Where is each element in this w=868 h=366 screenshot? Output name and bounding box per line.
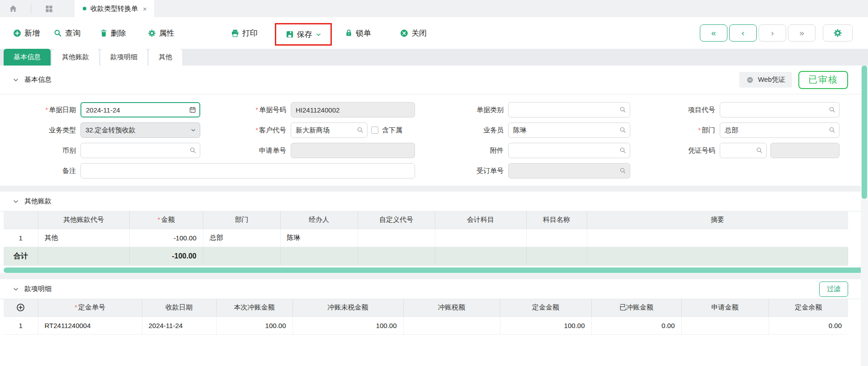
vertical-scrollbar [861,66,868,366]
save-highlight-box: 保存 [275,23,332,46]
col-apply-amount[interactable]: 申请金额 [681,299,769,316]
col-summary[interactable]: 摘要 [587,211,848,229]
col-amount[interactable]: *金额 [129,211,203,229]
voucher-no-cell [720,143,840,158]
tab-payment-details[interactable]: 款项明细 [100,49,147,66]
biz-type-label: 业务类型 [14,126,76,135]
lookup-search-icon[interactable] [357,127,364,134]
col-account-code[interactable]: 其他账款代号 [38,211,129,229]
col-deposit-amount[interactable]: 定金金额 [500,299,591,316]
minus-circle-icon [746,76,754,84]
biz-type-select[interactable]: 32.定金转预收款 [80,122,200,138]
col-offset-tax[interactable]: 冲账税额 [403,299,500,316]
lookup-search-icon[interactable] [619,106,627,113]
settings-button[interactable] [823,24,853,42]
collapse-chevron-icon[interactable] [13,77,19,83]
collapse-chevron-icon[interactable] [13,198,19,205]
calendar-icon[interactable] [189,106,196,113]
add-button[interactable]: 新增 [13,28,40,38]
col-department[interactable]: 部门 [203,211,280,229]
apply-no-field [291,143,415,158]
properties-button[interactable]: 属性 [147,28,175,38]
cell-handler: 陈琳 [280,229,358,247]
home-icon [9,4,18,13]
col-handler[interactable]: 经办人 [280,211,358,229]
cell-amount: -100.00 [129,229,203,247]
attachment-field[interactable] [508,143,630,158]
cell-deposit-no: RT2411240004 [38,316,142,334]
customer-code-field[interactable]: 新大新商场 [291,122,368,138]
apps-menu-button[interactable] [36,0,62,17]
vertical-scrollbar-thumb[interactable] [862,66,867,199]
col-offset-untaxed[interactable]: 冲账未税金额 [292,299,403,316]
col-subject-name[interactable]: 科目名称 [526,211,587,229]
chevron-down-icon[interactable] [315,31,322,38]
lookup-search-icon[interactable] [829,106,836,113]
record-nav-group: « ‹ › » [700,24,853,42]
toolbar: 新增 查询 删除 属性 打印 保存 锁单 [0,17,868,49]
col-receipt-date[interactable]: 收款日期 [142,299,216,316]
currency-label: 币别 [14,146,76,155]
remark-field[interactable] [80,163,415,178]
doc-category-field[interactable] [508,102,630,117]
lookup-search-icon[interactable] [619,127,627,134]
doc-date-field[interactable]: 2024-11-24 [80,102,200,117]
plus-circle-outline-icon [16,303,25,312]
cell-offset-amount: 100.00 [216,316,292,334]
section-separator [0,186,868,192]
remark-label: 备注 [14,167,76,175]
chevron-left-icon: ‹ [741,28,744,38]
include-sub-checkbox[interactable] [371,127,378,134]
voucher-no-search-field[interactable] [720,143,767,158]
col-deposit-no[interactable]: *定金单号 [38,299,142,316]
last-record-button[interactable]: » [788,24,816,42]
home-button[interactable] [0,0,26,17]
sales-order-no-label: 受订单号 [420,167,504,175]
lookup-search-icon[interactable] [619,147,627,154]
currency-field[interactable] [80,143,200,158]
tab-other[interactable]: 其他 [149,49,182,66]
filter-button[interactable]: 过滤 [819,282,848,297]
horizontal-scrollbar-thumb[interactable] [4,267,864,273]
tab-other-accounts[interactable]: 其他账款 [52,49,99,66]
print-button[interactable]: 打印 [231,28,258,38]
save-button[interactable]: 保存 [285,29,322,40]
include-sub-label: 含下属 [382,126,402,135]
document-tab[interactable]: 收款类型转换单 × [75,0,154,17]
department-label: *部门 [635,126,715,135]
first-record-button[interactable]: « [700,24,727,42]
section-separator [0,273,868,279]
project-code-field[interactable] [720,102,840,117]
salesman-label: 业务员 [420,126,504,135]
table-row[interactable]: 1 RT2411240004 2024-11-24 100.00 100.00 … [4,316,848,334]
previous-record-button[interactable]: ‹ [729,24,757,42]
cell-deposit-balance: 0.00 [769,316,848,334]
cell-deposit-amount: 100.00 [500,316,591,334]
department-field[interactable]: 总部 [720,122,840,138]
col-account-subject[interactable]: 会计科目 [435,211,526,229]
next-record-button[interactable]: › [759,24,786,42]
delete-button[interactable]: 删除 [99,28,126,38]
gear-icon [147,28,156,38]
other-accounts-section-header: 其他账款 [0,192,868,211]
lookup-search-icon[interactable] [756,147,763,154]
lookup-search-icon[interactable] [829,127,836,134]
tab-basic-info[interactable]: 基本信息 [4,49,51,66]
lookup-search-icon[interactable] [189,147,197,154]
collapse-chevron-icon[interactable] [13,286,19,292]
document-tab-title: 收款类型转换单 [90,5,138,13]
web-voucher-button[interactable]: Web凭证 [739,72,792,88]
total-amount: -100.00 [129,247,203,266]
tab-close-icon[interactable]: × [143,5,147,13]
col-offset-amount[interactable]: 本次冲账金额 [216,299,292,316]
query-button[interactable]: 查询 [53,28,80,38]
salesman-field[interactable]: 陈琳 [508,122,630,138]
close-button[interactable]: 关闭 [400,28,427,38]
col-offset-done[interactable]: 已冲账金额 [591,299,681,316]
col-custom-code[interactable]: 自定义代号 [358,211,435,229]
col-deposit-balance[interactable]: 定金余额 [769,299,848,316]
table-row[interactable]: 1 其他 -100.00 总部 陈琳 [4,229,848,247]
lock-order-button[interactable]: 锁单 [344,28,371,38]
add-row-header[interactable] [4,299,38,316]
row-number: 1 [4,316,38,334]
